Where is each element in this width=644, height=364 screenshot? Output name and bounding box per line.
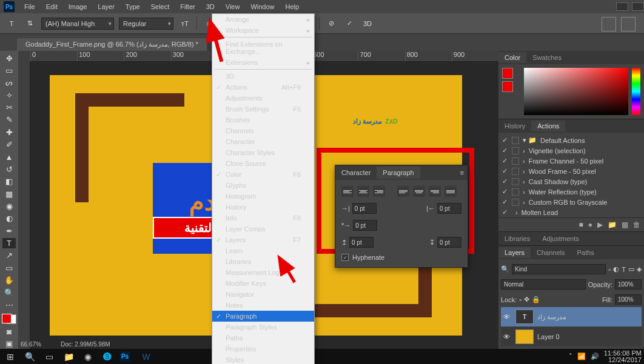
window-menu-dropdown[interactable]: Arrange▸Workspace▸Find Extensions on Exc… — [212, 13, 315, 364]
lock-pixel-icon[interactable]: 🔒 — [532, 296, 540, 303]
fg-bg-colors[interactable] — [2, 314, 16, 325]
layer-row-bg[interactable]: 👁 Layer 0 — [501, 327, 642, 346]
font-size-icon[interactable]: тT — [178, 17, 192, 30]
menu-image[interactable]: Image — [64, 1, 92, 12]
explorer-button[interactable]: 📁 — [61, 350, 76, 363]
eyedropper-tool[interactable]: ✎ — [2, 115, 16, 125]
workspace-btn-1[interactable] — [602, 17, 616, 31]
filter-icon[interactable]: 🔍 — [501, 265, 509, 273]
menu-file[interactable]: File — [19, 1, 40, 12]
ps-restore-button[interactable] — [632, 2, 644, 11]
fill-input[interactable]: 100% — [615, 294, 642, 305]
menu-item-info[interactable]: InfoF8 — [212, 213, 314, 223]
pen-tool[interactable]: ✒ — [2, 226, 16, 236]
wand-tool[interactable]: ✧ — [2, 90, 16, 100]
menu-item-workspace[interactable]: Workspace▸ — [212, 25, 314, 36]
action-item[interactable]: ✓›Molten Lead — [498, 207, 644, 217]
menu-item-extensions[interactable]: Extensions▸ — [212, 57, 314, 68]
workspace-btn-2[interactable] — [621, 17, 636, 31]
tab-color[interactable]: Color — [498, 52, 526, 63]
cancel-icon[interactable]: ⊘ — [324, 17, 338, 30]
align-center-btn[interactable] — [357, 186, 369, 197]
menu-filter[interactable]: Filter — [175, 1, 200, 12]
layer-row-text[interactable]: 👁 T مدرسة زاد — [501, 307, 642, 326]
tab-adjustments[interactable]: Adjustments — [536, 233, 585, 244]
filter-shape-icon[interactable]: ▭ — [628, 265, 634, 273]
menu-3d[interactable]: 3D — [201, 1, 220, 12]
space-before-input[interactable] — [349, 237, 374, 248]
blend-mode-dropdown[interactable]: Normal — [501, 279, 586, 290]
tab-paths[interactable]: Paths — [571, 247, 600, 258]
menu-item-character-styles[interactable]: Character Styles — [212, 147, 314, 158]
align-right-btn[interactable] — [373, 186, 385, 197]
text-orientation-icon[interactable]: ⇅ — [23, 17, 36, 30]
menu-item-character[interactable]: Character — [212, 136, 314, 147]
menu-type[interactable]: Type — [121, 1, 145, 12]
new-icon[interactable]: ▦ — [622, 220, 628, 229]
move-tool[interactable]: ✥ — [2, 53, 16, 63]
visibility-icon[interactable]: 👁 — [503, 313, 512, 320]
menu-item-learn[interactable]: Learn — [212, 245, 314, 256]
menu-view[interactable]: View — [221, 1, 245, 12]
start-button[interactable]: ⊞ — [2, 350, 18, 363]
hue-slider[interactable] — [632, 68, 640, 115]
hand-tool[interactable]: ✋ — [2, 275, 16, 285]
menu-select[interactable]: Select — [146, 1, 175, 12]
marquee-tool[interactable]: ▭ — [2, 65, 16, 75]
action-item[interactable]: ✓›Custom RGB to Grayscale — [498, 197, 644, 207]
tab-libraries[interactable]: Libraries — [498, 233, 536, 244]
menu-item-history[interactable]: History — [212, 202, 314, 213]
filter-kind-dropdown[interactable]: Kind — [512, 264, 606, 274]
menu-edit[interactable]: Edit — [41, 1, 62, 12]
search-button[interactable]: 🔍 — [22, 350, 38, 363]
justify-center-btn[interactable] — [413, 186, 425, 197]
tray-vol-icon[interactable]: 🔊 — [591, 352, 599, 360]
edit-toolbar[interactable]: ⋯ — [2, 300, 16, 309]
eraser-tool[interactable]: ◧ — [2, 177, 16, 187]
crop-tool[interactable]: ✂ — [2, 102, 16, 112]
menu-item-brush-settings[interactable]: Brush SettingsF5 — [212, 104, 314, 114]
tab-godaddy[interactable]: Godaddy_First_Frame.png @ 66.7% (مدرسة ز… — [17, 38, 207, 51]
panel-menu-icon[interactable]: ≡ — [457, 169, 468, 176]
menu-item-styles[interactable]: Styles — [212, 354, 314, 364]
word-button[interactable]: W — [138, 350, 154, 363]
menu-layer[interactable]: Layer — [93, 1, 119, 12]
color-field[interactable] — [524, 68, 628, 115]
firstline-input[interactable] — [353, 220, 377, 231]
menu-item-modifier-keys[interactable]: Modifier Keys — [212, 278, 314, 289]
menu-item-paths[interactable]: Paths — [212, 333, 314, 343]
menu-item-channels[interactable]: Channels — [212, 125, 314, 136]
justify-right-btn[interactable] — [429, 186, 441, 197]
menu-item-properties[interactable]: Properties — [212, 343, 314, 354]
stamp-tool[interactable]: ▲ — [2, 152, 16, 162]
bg-swatch[interactable] — [502, 81, 513, 92]
chrome-button[interactable]: ◉ — [80, 350, 96, 363]
tab-actions[interactable]: Actions — [531, 121, 565, 131]
menu-item-clone-source[interactable]: Clone Source — [212, 158, 314, 169]
menu-item-paragraph[interactable]: ✓Paragraph — [212, 311, 314, 322]
menu-item-glyphs[interactable]: Glyphs — [212, 180, 314, 191]
tray-net-icon[interactable]: 📶 — [577, 352, 586, 360]
tray-up-icon[interactable]: ˄ — [569, 352, 572, 360]
menu-item-measurement-log[interactable]: Measurement Log — [212, 267, 314, 278]
photoshop-button[interactable]: Ps — [119, 350, 135, 363]
menu-item-paragraph-styles[interactable]: Paragraph Styles — [212, 322, 314, 333]
visibility-icon[interactable]: 👁 — [503, 333, 512, 340]
filter-pixel-icon[interactable]: ▫ — [608, 266, 611, 273]
dodge-tool[interactable]: ◐ — [2, 214, 16, 223]
filter-type-icon[interactable]: T — [622, 266, 626, 273]
menu-item-arrange[interactable]: Arrange▸ — [212, 14, 314, 25]
paragraph-panel[interactable]: Character Paragraph ≡ — [335, 165, 468, 268]
stop-icon[interactable]: ■ — [579, 220, 583, 229]
lasso-tool[interactable]: ᔕ — [2, 78, 16, 88]
font-weight-dropdown[interactable]: Regular — [119, 18, 173, 30]
fg-swatch[interactable] — [502, 68, 513, 79]
menu-item-actions[interactable]: ✓ActionsAlt+F9 — [212, 82, 314, 93]
hyphenate-row[interactable]: ✓ Hyphenate — [341, 254, 461, 261]
filter-adj-icon[interactable]: ◐ — [613, 265, 619, 273]
record-icon[interactable]: ● — [588, 220, 592, 229]
ps-min-button[interactable] — [616, 2, 628, 11]
menu-item-3d[interactable]: 3D — [212, 71, 314, 82]
justify-all-btn[interactable] — [444, 186, 457, 197]
menu-item-color[interactable]: ✓ColorF6 — [212, 169, 314, 180]
